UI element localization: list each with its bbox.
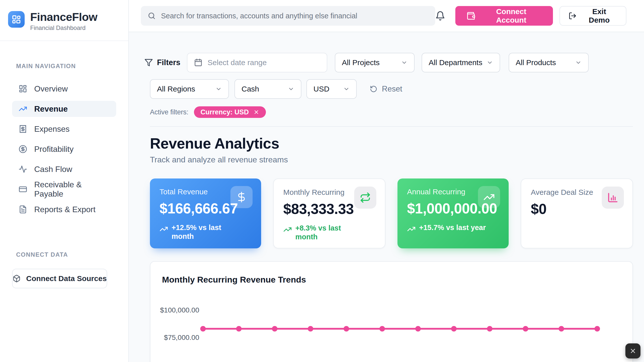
sidebar-item-expenses[interactable]: Expenses [12, 121, 116, 137]
sidebar-item-label: Cash Flow [34, 165, 72, 174]
stat-trend-text: +15.7% vs last year [419, 223, 486, 232]
search-input[interactable] [161, 12, 429, 20]
departments-select-value: All Departments [429, 58, 482, 67]
chevron-down-icon [215, 86, 222, 92]
page-subtitle: Track and analyze all revenue streams [150, 155, 633, 164]
chevron-down-icon [343, 86, 350, 92]
line-chart-point [415, 326, 421, 332]
departments-select[interactable]: All Departments [422, 53, 500, 72]
filters-title: Filters [144, 58, 180, 67]
sidebar-item-label: Reports & Export [34, 205, 96, 214]
currency-select-value: USD [313, 85, 329, 93]
content: Filters All Projects All Departments All… [129, 32, 644, 362]
filters-label: Filters [157, 58, 180, 67]
line-chart-point [523, 326, 528, 332]
calendar-icon [194, 58, 203, 67]
products-select[interactable]: All Products [509, 53, 589, 72]
sidebar-item-overview[interactable]: Overview [12, 81, 116, 97]
remove-filter-x-icon[interactable] [253, 109, 259, 115]
credit-card-icon [19, 185, 27, 194]
stat-trend: +15.7% vs last year [407, 223, 499, 233]
line-chart-point [487, 326, 493, 332]
stat-cards: Total Revenue $166,666.67 +12.5% vs last… [150, 178, 633, 248]
close-overlay-button[interactable] [625, 343, 640, 358]
page-title: Revenue Analytics [150, 135, 633, 152]
sidebar-item-label: Revenue [34, 104, 68, 114]
layout-dashboard-icon [19, 84, 27, 93]
dollar-icon [230, 186, 253, 208]
active-filter-chip-currency[interactable]: Currency: USD [194, 106, 266, 118]
connect-data-label: CONNECT DATA [16, 251, 128, 258]
connect-account-button[interactable]: Connect Account [455, 6, 553, 26]
date-range-input[interactable] [208, 58, 320, 67]
stat-trend: +8.3% vs last month [283, 224, 375, 242]
main-navigation-label: MAIN NAVIGATION [16, 63, 128, 70]
sidebar-item-cash-flow[interactable]: Cash Flow [12, 161, 116, 177]
line-chart-point [559, 326, 564, 332]
chevron-down-icon [401, 59, 408, 66]
connect-data-sources-button[interactable]: Connect Data Sources [12, 269, 107, 288]
receipt-icon [19, 125, 27, 133]
close-icon [629, 347, 636, 354]
reset-filters-button[interactable]: Reset [370, 84, 402, 94]
rotate-ccw-icon [370, 85, 377, 93]
stat-trend-text: +8.3% vs last month [295, 224, 349, 242]
exit-demo-label: Exit Demo [581, 7, 617, 24]
search-icon [147, 12, 156, 20]
currency-select[interactable]: USD [306, 79, 357, 99]
sidebar-item-receivable-payable[interactable]: Receivable & Payable [12, 181, 116, 197]
bar-chart-icon [602, 187, 624, 209]
section-divider [150, 126, 633, 127]
stat-card-average-deal-size: Average Deal Size $0 [521, 178, 633, 248]
filter-funnel-icon [144, 58, 153, 67]
brand-text: FinanceFlow Financial Dashboard [30, 11, 97, 31]
line-chart-point [594, 326, 600, 332]
sidebar-item-reports-export[interactable]: Reports & Export [12, 201, 116, 217]
repeat-icon [354, 187, 376, 209]
wallet-icon [466, 11, 475, 20]
filters-row-1: Filters All Projects All Departments All… [150, 53, 633, 72]
line-chart-point [308, 326, 313, 332]
projects-select[interactable]: All Projects [335, 53, 415, 72]
sidebar-item-label: Overview [34, 84, 68, 94]
regions-select[interactable]: All Regions [150, 79, 229, 99]
payment-method-select[interactable]: Cash [234, 79, 301, 99]
active-filter-chip-label: Currency: USD [200, 108, 249, 116]
stat-trend: +12.5% vs last month [159, 223, 252, 241]
line-chart-point [200, 326, 206, 332]
line-chart-point [379, 326, 385, 332]
search-bar [141, 6, 435, 26]
reset-label: Reset [382, 84, 402, 94]
sidebar-item-label: Expenses [34, 124, 70, 134]
brand-name: FinanceFlow [30, 11, 97, 23]
brand-logo-icon [8, 11, 25, 28]
sidebar-item-revenue[interactable]: Revenue [12, 101, 116, 117]
active-filters: Active filters: Currency: USD [150, 106, 633, 118]
stat-card-total-revenue: Total Revenue $166,666.67 +12.5% vs last… [150, 178, 261, 248]
trending-up-icon [478, 186, 500, 208]
trending-up-icon [159, 223, 168, 233]
chevron-down-icon [288, 86, 294, 92]
line-chart-point [344, 326, 349, 332]
exit-demo-button[interactable]: Exit Demo [559, 6, 626, 26]
trending-up-icon [407, 223, 416, 233]
app-root: FinanceFlow Financial Dashboard MAIN NAV… [0, 0, 644, 362]
notifications-bell-icon[interactable] [435, 11, 445, 21]
chevron-down-icon [575, 59, 582, 66]
mrr-line-chart [150, 262, 633, 362]
sidebar-item-profitability[interactable]: Profitability [12, 141, 116, 157]
activity-icon [19, 165, 27, 173]
line-chart-point [272, 326, 277, 332]
stat-card-monthly-recurring: Monthly Recurring $83,333.33 +8.3% vs la… [273, 178, 385, 248]
trending-up-icon [19, 105, 27, 113]
connect-data-sources-label: Connect Data Sources [26, 274, 107, 283]
connect-account-label: Connect Account [480, 7, 542, 24]
brand-tagline: Financial Dashboard [30, 24, 97, 31]
topbar: Connect Account Exit Demo [129, 0, 644, 32]
mrr-trends-chart-card: Monthly Recurring Revenue Trends $100,00… [150, 261, 633, 362]
sidebar-item-label: Receivable & Payable [34, 180, 110, 199]
line-chart-point [236, 326, 242, 332]
regions-select-value: All Regions [157, 85, 195, 93]
file-text-icon [19, 205, 27, 214]
products-select-value: All Products [516, 58, 556, 67]
